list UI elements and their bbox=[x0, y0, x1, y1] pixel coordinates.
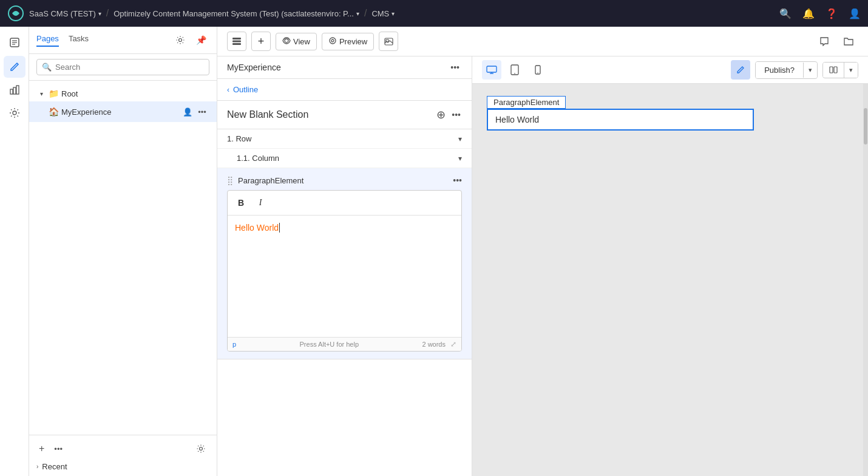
nav-right-icons: 🔍 🔔 ❓ 👤 bbox=[779, 8, 861, 19]
svg-point-8 bbox=[13, 111, 16, 115]
add-item-btn[interactable]: + bbox=[36, 441, 47, 457]
publish-btn-group: Publish? ▾ bbox=[755, 61, 818, 79]
edit-mode-btn[interactable] bbox=[731, 60, 750, 80]
element-more-btn[interactable]: ••• bbox=[453, 175, 462, 185]
mobile-device-btn[interactable] bbox=[528, 60, 548, 80]
preview-canvas: ParagraphElement Hello World bbox=[472, 84, 868, 476]
content-area: MyExperience ••• ‹ Outline New Blank Sec… bbox=[217, 56, 868, 476]
recent-section: › Recent bbox=[36, 457, 209, 471]
canvas-content-box[interactable]: Hello World bbox=[487, 109, 754, 131]
folder-btn[interactable] bbox=[839, 32, 858, 51]
word-count: 2 words bbox=[422, 341, 446, 348]
recent-header[interactable]: › Recent bbox=[36, 462, 209, 471]
outline-row-row[interactable]: 1. Row ▾ bbox=[217, 129, 472, 149]
recent-chevron: › bbox=[36, 463, 38, 470]
cms-label[interactable]: CMS ▾ bbox=[371, 9, 395, 18]
footer-actions: + ••• bbox=[36, 440, 209, 457]
nav-icon-chart[interactable] bbox=[4, 79, 25, 101]
root-toggle[interactable]: ▾ bbox=[36, 89, 46, 98]
svg-point-15 bbox=[330, 38, 336, 44]
rich-text-editor: B I Hello World p Press Alt+U for help 2… bbox=[227, 190, 462, 352]
svg-point-14 bbox=[285, 39, 288, 42]
nav-icon-pages[interactable] bbox=[4, 32, 25, 53]
outline-row-column[interactable]: 1.1. Column ▾ bbox=[217, 149, 472, 168]
section-more-btn[interactable]: ••• bbox=[450, 107, 462, 123]
footer-settings-btn[interactable] bbox=[192, 440, 209, 457]
bell-icon[interactable]: 🔔 bbox=[802, 8, 815, 19]
logo bbox=[7, 5, 24, 22]
settings-panel-btn[interactable] bbox=[172, 32, 189, 49]
pin-btn[interactable]: 📌 bbox=[192, 32, 209, 49]
main-layout: Pages Tasks 📌 🔍 ▾ � bbox=[0, 27, 868, 476]
row-label: 1. Row bbox=[227, 134, 453, 143]
svg-rect-13 bbox=[232, 43, 241, 45]
outline-back-label: Outline bbox=[233, 85, 258, 94]
section-title: New Blank Section bbox=[227, 109, 435, 120]
canvas-hello-world: Hello World bbox=[495, 115, 539, 124]
media-btn[interactable] bbox=[379, 32, 398, 51]
bold-btn[interactable]: B bbox=[232, 194, 249, 211]
canvas-scrollbar-thumb[interactable] bbox=[864, 108, 867, 144]
svg-rect-7 bbox=[16, 86, 19, 94]
rte-hello-world: Hello World bbox=[235, 223, 279, 233]
toolbar-right bbox=[815, 32, 858, 51]
preview-icon bbox=[328, 36, 337, 47]
element-name-label: ParagraphElement bbox=[238, 176, 448, 185]
left-panel: Pages Tasks 📌 🔍 ▾ � bbox=[29, 27, 217, 476]
tablet-device-btn[interactable] bbox=[505, 60, 524, 80]
root-folder-icon: 📁 bbox=[49, 89, 59, 98]
add-section-btn[interactable]: ⊕ bbox=[435, 107, 447, 123]
tree-root[interactable]: ▾ 📁 Root bbox=[29, 86, 217, 101]
add-content-btn[interactable]: + bbox=[251, 32, 271, 51]
search-input[interactable] bbox=[55, 63, 204, 72]
rte-content[interactable]: Hello World bbox=[228, 216, 461, 337]
nav-icon-pencil[interactable] bbox=[4, 56, 25, 78]
cms-chevron: ▾ bbox=[392, 10, 395, 17]
layout-chevron-btn[interactable]: ▾ bbox=[844, 63, 858, 78]
italic-btn[interactable]: I bbox=[252, 194, 269, 211]
publish-main-btn[interactable]: Publish? bbox=[756, 62, 803, 78]
text-cursor bbox=[279, 223, 280, 233]
outline-back[interactable]: ‹ Outline bbox=[217, 79, 472, 101]
canvas-scrollbar[interactable] bbox=[863, 84, 868, 476]
view-label: View bbox=[293, 37, 310, 46]
experience-header: MyExperience ••• bbox=[217, 56, 472, 79]
comment-btn[interactable] bbox=[815, 32, 834, 51]
structure-btn[interactable] bbox=[227, 32, 246, 51]
nav-icon-settings[interactable] bbox=[4, 102, 25, 124]
svg-rect-26 bbox=[830, 67, 833, 73]
svg-rect-27 bbox=[834, 67, 837, 73]
more-footer-btn[interactable]: ••• bbox=[52, 442, 65, 456]
experience-more-btn[interactable]: ••• bbox=[448, 61, 462, 73]
resize-icon[interactable]: ⤢ bbox=[450, 340, 456, 348]
view-btn[interactable]: View bbox=[276, 33, 317, 50]
help-icon[interactable]: ❓ bbox=[826, 8, 838, 19]
more-item-btn[interactable]: ••• bbox=[195, 104, 209, 119]
element-header: ⣿ ParagraphElement ••• bbox=[227, 175, 462, 185]
project-label[interactable]: Optimizely Content Management System (Te… bbox=[114, 9, 359, 18]
canvas-element-name-tag: ParagraphElement bbox=[487, 96, 566, 109]
outline-panel: MyExperience ••• ‹ Outline New Blank Sec… bbox=[217, 56, 472, 476]
preview-label: Preview bbox=[339, 37, 367, 46]
user-icon[interactable]: 👤 bbox=[849, 8, 861, 19]
desktop-device-btn[interactable] bbox=[482, 60, 501, 80]
element-section: ⣿ ParagraphElement ••• B I Hello World bbox=[217, 168, 472, 359]
tab-tasks[interactable]: Tasks bbox=[69, 34, 89, 47]
saas-label[interactable]: SaaS CMS (TEST) ▾ bbox=[29, 9, 101, 18]
svg-rect-5 bbox=[10, 89, 13, 94]
drag-handle-icon[interactable]: ⣿ bbox=[227, 175, 233, 185]
back-chevron-icon: ‹ bbox=[227, 86, 229, 94]
view-icon bbox=[282, 36, 291, 47]
person-icon: 👤 bbox=[183, 107, 192, 117]
split-layout-btn[interactable] bbox=[823, 63, 844, 77]
myexperience-label: MyExperience bbox=[61, 107, 180, 117]
publish-dropdown-btn[interactable]: ▾ bbox=[803, 63, 817, 78]
tab-pages[interactable]: Pages bbox=[36, 34, 59, 47]
preview-btn[interactable]: Preview bbox=[322, 33, 374, 50]
search-nav-icon[interactable]: 🔍 bbox=[779, 8, 792, 19]
tree-item-myexperience[interactable]: 🏠 MyExperience 👤 ••• bbox=[29, 101, 217, 122]
rte-toolbar: B I bbox=[228, 191, 461, 216]
svg-rect-11 bbox=[232, 38, 241, 39]
column-toggle-icon: ▾ bbox=[458, 154, 462, 163]
svg-point-23 bbox=[514, 73, 515, 74]
